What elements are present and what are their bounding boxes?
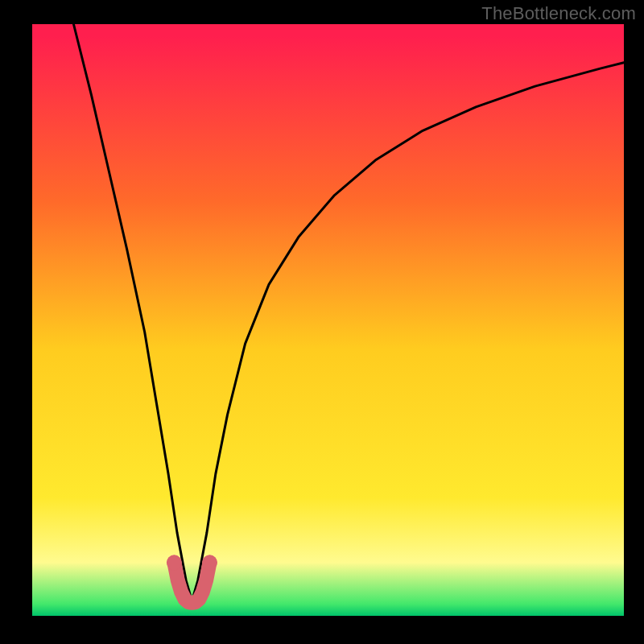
highlight-end-dot [202, 555, 217, 570]
chart-frame: TheBottleneck.com [0, 0, 644, 644]
watermark-text: TheBottleneck.com [481, 3, 636, 24]
plot-background [32, 24, 624, 616]
bottleneck-chart [0, 0, 644, 644]
highlight-end-dot [167, 555, 182, 570]
